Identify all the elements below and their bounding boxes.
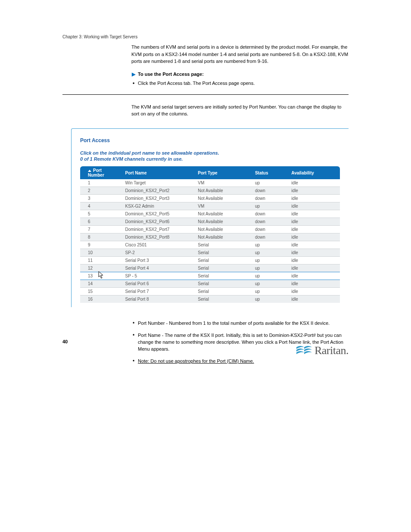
cell-port-number: 13 [80,272,121,280]
cell-availability: idle [288,241,340,249]
cell-status: up [252,288,288,296]
cell-port-type: Serial [194,264,252,272]
cell-availability: idle [288,233,340,241]
col-header-port-type[interactable]: Port Type [194,166,252,179]
notes-list: •Port Number - Numbered from 1 to the to… [129,320,349,365]
chapter-header: Chapter 3: Working with Target Servers [62,34,349,39]
cell-availability: idle [288,202,340,210]
raritan-logo-icon [296,345,312,357]
cell-status: down [252,226,288,233]
cell-port-name[interactable]: SP-2 [121,249,194,257]
table-row: 1Win TargetVMupidle [80,179,340,187]
table-row: 2Dominion_KSX2_Port2Not Availabledownidl… [80,187,340,195]
cell-status: up [252,264,288,272]
col-header-port-name[interactable]: Port Name [121,166,194,179]
cell-port-name[interactable]: Cisco 2501 [121,241,194,249]
col-header-status[interactable]: Status [252,166,288,179]
cell-port-name[interactable]: KSX-G2 Admin [121,202,194,210]
table-row: 10SP-2Serialupidle [80,249,340,257]
cell-port-type: Serial [194,241,252,249]
cell-status: up [252,202,288,210]
procedure-step: Click the Port Access tab. The Port Acce… [138,81,349,86]
cell-port-type: Serial [194,280,252,288]
cell-port-type: Serial [194,296,252,303]
list-item: Note: Do not use apostrophes for the Por… [138,358,349,365]
bullet-icon: • [129,320,138,327]
cell-status: down [252,218,288,226]
cell-availability: idle [288,280,340,288]
cell-port-number: 8 [80,233,121,241]
cell-status: up [252,257,288,264]
cell-port-type: Serial [194,272,252,280]
table-header-row: Port Number Port Name Port Type Status A… [80,166,340,179]
cell-port-name[interactable]: SP - 5 [121,272,194,280]
table-row: 8Dominion_KSX2_Port8Not Availabledownidl… [80,233,340,241]
divider [62,94,349,95]
table-row: 14Serial Port 6Serialupidle [80,280,340,288]
cell-port-name[interactable]: Serial Port 6 [121,280,194,288]
port-access-table: Port Number Port Name Port Type Status A… [80,166,340,303]
table-row: 9Cisco 2501Serialupidle [80,241,340,249]
cell-port-type: Not Available [194,210,252,218]
cell-status: up [252,249,288,257]
cell-port-type: Not Available [194,233,252,241]
table-row: 5Dominion_KSX2_Port5Not Availabledownidl… [80,210,340,218]
intro-paragraph: The numbers of KVM and serial ports in a… [131,44,349,65]
bullet-icon: • [129,358,138,365]
cell-status: down [252,187,288,195]
cell-port-name: Dominion_KSX2_Port6 [121,218,194,226]
cell-port-type: Serial [194,257,252,264]
cell-port-name[interactable]: Serial Port 4 [121,264,194,272]
cell-availability: idle [288,195,340,202]
cell-port-number: 11 [80,257,121,264]
cell-availability: idle [288,264,340,272]
after-rule-paragraph: The KVM and serial target servers are in… [131,103,349,118]
cell-port-name: Dominion_KSX2_Port8 [121,233,194,241]
cell-availability: idle [288,249,340,257]
table-row: 11Serial Port 3Serialupidle [80,257,340,264]
cell-availability: idle [288,257,340,264]
cell-availability: idle [288,187,340,195]
cell-port-number: 16 [80,296,121,303]
cell-port-type: Not Available [194,195,252,202]
cell-availability: idle [288,296,340,303]
cell-port-number: 3 [80,195,121,202]
col-header-availability[interactable]: Availability [288,166,340,179]
cell-port-name[interactable]: Win Target [121,179,194,187]
col-header-port-number[interactable]: Port Number [80,166,121,179]
cell-status: down [252,195,288,202]
cell-availability: idle [288,210,340,218]
cell-port-name: Dominion_KSX2_Port3 [121,195,194,202]
cell-port-number: 2 [80,187,121,195]
cell-port-number: 10 [80,249,121,257]
port-access-panel: Port Access Click on the individual port… [71,128,349,308]
cell-port-name[interactable]: Serial Port 3 [121,257,194,264]
cell-status: down [252,233,288,241]
cell-port-type: Not Available [194,187,252,195]
raritan-logo: Raritan. [296,344,349,357]
cell-port-name: Dominion_KSX2_Port2 [121,187,194,195]
table-row: 7Dominion_KSX2_Port7Not Availabledownidl… [80,226,340,233]
cell-status: up [252,179,288,187]
cell-availability: idle [288,272,340,280]
table-row: 6Dominion_KSX2_Port6Not Availabledownidl… [80,218,340,226]
bullet-icon: • [129,332,138,353]
table-row: 12Serial Port 4Serialupidle [80,264,340,272]
cell-port-number: 1 [80,179,121,187]
cell-port-name[interactable]: Serial Port 8 [121,296,194,303]
cell-port-number: 4 [80,202,121,210]
cell-port-number: 15 [80,288,121,296]
table-row: 13SP - 5Serialupidle [80,272,340,280]
procedure-heading: To use the Port Access page: [138,72,349,77]
bullet-icon: • [129,81,138,86]
cell-port-number: 9 [80,241,121,249]
cell-status: up [252,241,288,249]
cell-port-type: VM [194,202,252,210]
raritan-logo-text: Raritan. [314,344,349,357]
port-access-title: Port Access [80,137,340,143]
cell-status: up [252,272,288,280]
page-number: 40 [62,339,68,344]
cell-availability: idle [288,226,340,233]
cell-port-name[interactable]: Serial Port 7 [121,288,194,296]
table-row: 4KSX-G2 AdminVMupidle [80,202,340,210]
